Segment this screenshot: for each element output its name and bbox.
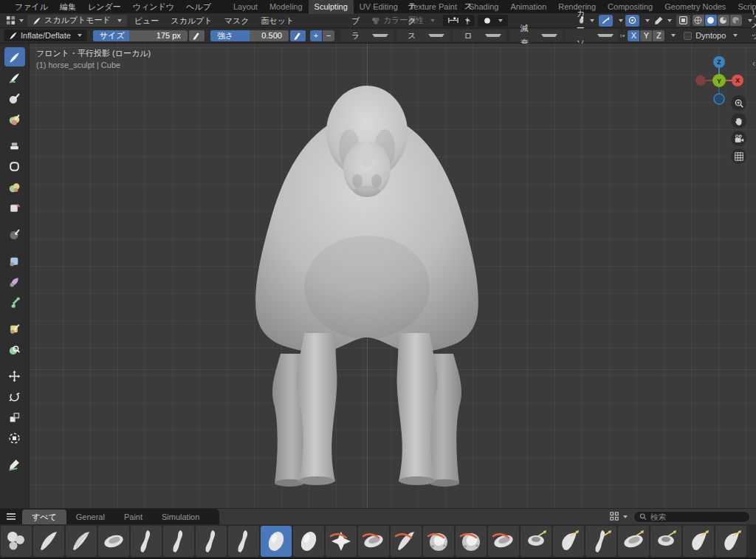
tool-annotate-button[interactable] bbox=[4, 455, 25, 474]
tool-rotate-button[interactable] bbox=[4, 387, 25, 406]
snap-toggle[interactable] bbox=[599, 15, 613, 27]
brush-size-slider[interactable]: サイズ 175 px bbox=[93, 30, 188, 41]
viewport-menu-2[interactable]: マスク bbox=[219, 13, 255, 28]
shelf-menu-button[interactable] bbox=[0, 509, 22, 524]
chevron-down-icon[interactable] bbox=[671, 34, 676, 37]
viewport-menu-3[interactable]: 面セット bbox=[255, 13, 300, 28]
overlays-toggle[interactable] bbox=[676, 15, 690, 27]
brush-asset-11[interactable] bbox=[358, 526, 389, 557]
brush-asset-20[interactable] bbox=[650, 526, 681, 557]
brush-asset-15[interactable] bbox=[488, 526, 519, 557]
pan-button[interactable] bbox=[731, 113, 746, 128]
brush-asset-21[interactable] bbox=[683, 526, 714, 557]
brush-asset-5[interactable] bbox=[163, 526, 194, 557]
popover-2[interactable]: ストローク bbox=[453, 30, 506, 41]
sidebar-collapse-arrow[interactable]: ‹ bbox=[752, 58, 755, 69]
workspace-tab-uv-editing[interactable]: UV Editing bbox=[354, 0, 404, 14]
brush-shape-dropdown[interactable] bbox=[478, 15, 508, 27]
workspace-tab-sculpting[interactable]: Sculpting bbox=[309, 0, 354, 14]
tool-filter-button[interactable] bbox=[4, 340, 25, 359]
zoom-button[interactable] bbox=[731, 95, 746, 111]
menu-2[interactable]: レンダー bbox=[82, 0, 127, 14]
brush-asset-10[interactable] bbox=[326, 526, 357, 557]
shelf-tab-2[interactable]: Paint bbox=[114, 509, 152, 524]
tool-transform-button[interactable] bbox=[4, 428, 25, 447]
brush-asset-7[interactable] bbox=[228, 526, 259, 557]
brush-asset-17[interactable] bbox=[553, 526, 584, 557]
viewport-menu-0[interactable]: ビュー bbox=[128, 13, 165, 28]
shading-solid-button[interactable] bbox=[705, 15, 717, 26]
menu-3[interactable]: ウィンドウ bbox=[127, 0, 180, 14]
tool-layer-button[interactable] bbox=[4, 136, 25, 155]
brush-direction-add-button[interactable]: + bbox=[310, 30, 322, 41]
horse-sculpt-model[interactable] bbox=[30, 44, 756, 508]
tool-blob-button[interactable] bbox=[4, 177, 25, 196]
popover-1[interactable]: テクスチャ bbox=[396, 30, 450, 41]
brush-strength-slider[interactable]: 強さ 0.500 bbox=[210, 30, 289, 41]
workspace-tab-compositing[interactable]: Compositing bbox=[602, 0, 659, 14]
brush-asset-4[interactable] bbox=[131, 526, 162, 557]
workspace-tab-geometry-nodes[interactable]: Geometry Nodes bbox=[659, 0, 732, 14]
tool-mask-button[interactable] bbox=[4, 319, 25, 338]
brush-asset-12[interactable] bbox=[391, 526, 422, 557]
brush-asset-6[interactable] bbox=[196, 526, 227, 557]
brush-asset-22[interactable] bbox=[715, 526, 746, 557]
annotation-tool-button[interactable] bbox=[652, 15, 674, 27]
brush-direction-subtract-button[interactable]: − bbox=[323, 30, 334, 41]
tool-draw-sharp-button[interactable] bbox=[4, 68, 25, 87]
tool-draw-button[interactable] bbox=[4, 47, 25, 66]
brush-asset-9[interactable] bbox=[293, 526, 324, 557]
display-mode-button[interactable] bbox=[608, 511, 630, 523]
brush-asset-0[interactable] bbox=[1, 526, 32, 557]
brush-asset-18[interactable] bbox=[585, 526, 616, 557]
brush-asset-13[interactable] bbox=[423, 526, 454, 557]
tool-inflate-button[interactable] bbox=[4, 157, 25, 176]
strength-pressure-toggle[interactable] bbox=[290, 30, 306, 41]
tool-crease-button[interactable] bbox=[4, 198, 25, 217]
remesh-dropdown[interactable]: リメッシュ bbox=[746, 30, 756, 41]
shading-rendered-button[interactable] bbox=[730, 15, 742, 26]
dyntopo-checkbox[interactable] bbox=[684, 32, 692, 40]
tool-cloth-button[interactable] bbox=[4, 272, 25, 291]
mode-selector[interactable]: スカルプトモード bbox=[27, 15, 127, 27]
chevron-down-icon[interactable] bbox=[645, 19, 650, 22]
popover-0[interactable]: ブラシ bbox=[340, 30, 394, 41]
shading-material-button[interactable] bbox=[718, 15, 729, 26]
tool-scale-button[interactable] bbox=[4, 408, 25, 427]
menu-1[interactable]: 編集 bbox=[54, 0, 82, 14]
toggle-grid-button[interactable] bbox=[731, 148, 746, 164]
camera-view-button[interactable] bbox=[731, 131, 746, 146]
viewport-menu-1[interactable]: スカルプト bbox=[165, 13, 218, 28]
tool-move-button[interactable] bbox=[4, 366, 25, 385]
size-pressure-toggle[interactable] bbox=[189, 30, 205, 41]
brush-asset-8[interactable] bbox=[261, 526, 292, 557]
popover-3[interactable]: 減衰 bbox=[509, 30, 563, 41]
workspace-tab-animation[interactable]: Animation bbox=[504, 0, 552, 14]
shelf-tab-0[interactable]: すべて bbox=[22, 510, 66, 524]
tool-clay-button[interactable] bbox=[4, 89, 25, 108]
tool-grab-button[interactable] bbox=[4, 251, 25, 270]
mirror-axis-x-button[interactable]: X bbox=[628, 30, 639, 41]
dyntopo-dropdown[interactable]: Dyntopo bbox=[678, 30, 743, 41]
shelf-tab-3[interactable]: Simulation bbox=[152, 509, 209, 524]
chevron-down-icon[interactable] bbox=[619, 19, 623, 22]
gizmo-z-negative[interactable] bbox=[714, 94, 724, 104]
mirror-axis-y-button[interactable]: Y bbox=[640, 30, 652, 41]
brush-asset-1[interactable] bbox=[33, 526, 64, 557]
tool-scrape-button[interactable] bbox=[4, 224, 25, 244]
search-input[interactable] bbox=[650, 512, 744, 521]
workspace-tab-layout[interactable]: Layout bbox=[227, 0, 264, 14]
brush-asset-19[interactable] bbox=[618, 526, 649, 557]
tool-pose-button[interactable] bbox=[4, 292, 25, 312]
brush-asset-16[interactable] bbox=[520, 526, 551, 557]
3d-viewport[interactable]: フロント・平行投影 (ローカル) (1) horse_sculpt | Cube… bbox=[30, 44, 756, 508]
menu-0[interactable]: ファイル bbox=[9, 0, 54, 14]
workspace-tab-modeling[interactable]: Modeling bbox=[264, 0, 309, 14]
shelf-search-box[interactable] bbox=[633, 511, 750, 523]
gizmo-x-negative[interactable] bbox=[695, 75, 706, 86]
brush-asset-2[interactable] bbox=[66, 526, 97, 557]
brush-asset-3[interactable] bbox=[98, 526, 129, 557]
shading-wireframe-button[interactable] bbox=[693, 15, 704, 26]
editor-type-button[interactable] bbox=[4, 15, 26, 27]
proportional-editing-toggle[interactable] bbox=[625, 15, 639, 27]
